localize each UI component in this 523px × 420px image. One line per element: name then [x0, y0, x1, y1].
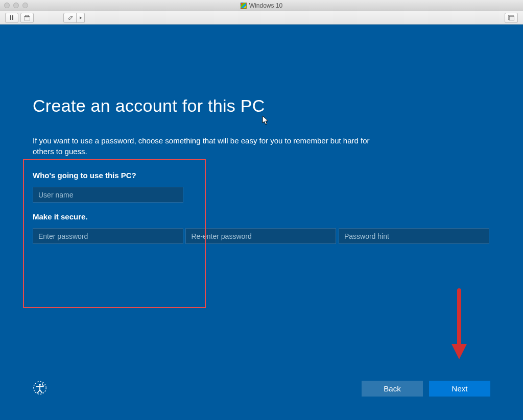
svg-rect-1	[12, 15, 13, 20]
password-confirm-field[interactable]	[185, 228, 336, 244]
next-button[interactable]: Next	[429, 381, 490, 397]
mac-titlebar: Windows 10	[0, 0, 523, 11]
password-field[interactable]	[33, 228, 183, 244]
vm-toolbar	[0, 11, 523, 24]
windows-setup-screen: Create an account for this PC If you wan…	[0, 24, 523, 420]
close-traffic-light[interactable]	[4, 3, 10, 8]
page-subtitle: If you want to use a password, choose so…	[33, 135, 370, 157]
svg-rect-0	[10, 15, 11, 20]
pause-button[interactable]	[5, 13, 18, 23]
page-title: Create an account for this PC	[33, 96, 490, 116]
window-title: Windows 10	[249, 2, 282, 9]
password-hint-field[interactable]	[339, 228, 489, 244]
zoom-traffic-light[interactable]	[22, 3, 28, 8]
who-label: Who's going to use this PC?	[33, 171, 490, 180]
svg-point-7	[39, 383, 41, 385]
dropdown-button[interactable]	[77, 13, 85, 23]
settings-button[interactable]	[63, 13, 77, 23]
annotation-arrow	[449, 288, 469, 364]
accessibility-icon[interactable]	[33, 381, 47, 397]
snapshot-button[interactable]	[20, 13, 34, 23]
svg-rect-5	[509, 16, 514, 20]
windows-icon	[241, 3, 247, 9]
username-field[interactable]	[33, 187, 183, 203]
user-form: Who's going to use this PC? Make it secu…	[33, 171, 490, 251]
minimize-traffic-light[interactable]	[13, 3, 19, 8]
secure-label: Make it secure.	[33, 212, 490, 221]
back-button[interactable]: Back	[362, 381, 423, 397]
fullscreen-button[interactable]	[505, 13, 518, 23]
bottom-bar: Back Next	[0, 372, 523, 420]
